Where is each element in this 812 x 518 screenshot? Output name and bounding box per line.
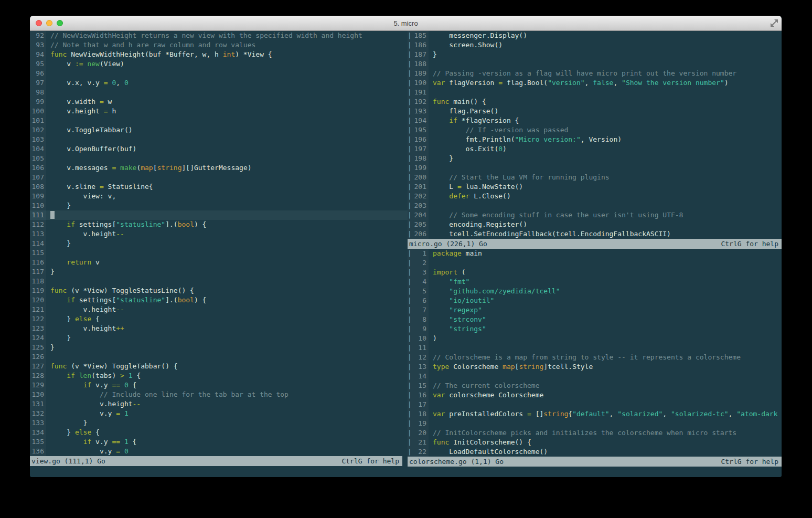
code-line[interactable]: 110 } xyxy=(30,201,408,210)
code-line[interactable]: |8 "strconv" xyxy=(408,315,782,324)
code-line[interactable]: |22 LoadDefaultColorscheme() xyxy=(408,447,782,457)
code-line[interactable]: 124 } xyxy=(30,333,408,343)
minimize-button-icon[interactable] xyxy=(46,20,52,26)
code-line[interactable]: |187} xyxy=(408,50,782,59)
code-line[interactable]: |198 } xyxy=(408,154,782,163)
pane-view-go[interactable]: 92// NewViewWidthHeight returns a new vi… xyxy=(30,31,408,466)
code-line[interactable]: |190var flagVersion = flag.Bool("version… xyxy=(408,78,782,88)
code-line[interactable]: 111 xyxy=(30,210,408,220)
code-line[interactable]: 135 if v.y == 1 { xyxy=(30,437,408,447)
zoom-button-icon[interactable] xyxy=(57,20,63,26)
code-line[interactable]: 107 xyxy=(30,173,408,182)
code-line[interactable]: |11 xyxy=(408,343,782,353)
code-line[interactable]: |205 encoding.Register() xyxy=(408,220,782,229)
code-line[interactable]: 94func NewViewWidthHeight(buf *Buffer, w… xyxy=(30,50,408,59)
code-line[interactable]: |14 xyxy=(408,372,782,381)
code-line[interactable]: |200 // Start the Lua VM for running plu… xyxy=(408,173,782,182)
code-line[interactable]: 98 xyxy=(30,88,408,97)
code-line[interactable]: |195 // If -version was passed xyxy=(408,125,782,135)
close-button-icon[interactable] xyxy=(36,20,42,26)
code-area-view-go[interactable]: 92// NewViewWidthHeight returns a new vi… xyxy=(30,31,408,456)
code-line[interactable]: 105 xyxy=(30,154,408,163)
pane-colorscheme-go[interactable]: |1package main|2|3import (|4 "fmt"|5 "gi… xyxy=(408,249,782,467)
code-line[interactable]: 121 v.height-- xyxy=(30,305,408,314)
code-line[interactable]: |18var preInstalledColors = []string{"de… xyxy=(408,409,782,419)
code-line[interactable]: 113 v.height-- xyxy=(30,229,408,239)
code-line[interactable]: 97 v.x, v.y = 0, 0 xyxy=(30,78,408,88)
code-line[interactable]: 115 xyxy=(30,248,408,258)
code-line[interactable]: 122 } else { xyxy=(30,314,408,324)
code-line[interactable]: |10) xyxy=(408,334,782,343)
code-line[interactable]: 99 v.width = w xyxy=(30,97,408,107)
code-line[interactable]: 131 v.height-- xyxy=(30,399,408,409)
code-line[interactable]: |197 os.Exit(0) xyxy=(408,144,782,154)
code-line[interactable]: 104 v.OpenBuffer(buf) xyxy=(30,144,408,154)
title-bar[interactable]: 5. micro xyxy=(30,16,782,31)
code-line[interactable]: |194 if *flagVersion { xyxy=(408,116,782,125)
code-line[interactable]: 96 xyxy=(30,69,408,78)
code-line[interactable]: 118 xyxy=(30,277,408,286)
code-line[interactable]: 136 v.y = 0 xyxy=(30,447,408,456)
code-line[interactable]: |16var colorscheme Colorscheme xyxy=(408,390,782,400)
code-line[interactable]: |15// The current colorscheme xyxy=(408,381,782,390)
code-line[interactable]: 126 xyxy=(30,352,408,362)
code-line[interactable]: |20// InitColorscheme picks and initiali… xyxy=(408,428,782,438)
code-line[interactable]: |204 // Some encoding stuff in case the … xyxy=(408,210,782,220)
code-line[interactable]: |189// Passing -version as a flag will h… xyxy=(408,69,782,78)
code-line[interactable]: 103 xyxy=(30,135,408,144)
code-line[interactable]: 123 v.height++ xyxy=(30,324,408,333)
code-line[interactable]: 93// Note that w and h are raw column an… xyxy=(30,40,408,50)
code-line[interactable]: 114 } xyxy=(30,239,408,248)
code-line[interactable]: |185 messenger.Display() xyxy=(408,31,782,40)
code-line[interactable]: |13type Colorscheme map[string]tcell.Sty… xyxy=(408,362,782,372)
code-line[interactable]: 127func (v *View) ToggleTabbar() { xyxy=(30,362,408,371)
code-line[interactable]: |203 xyxy=(408,201,782,210)
code-line[interactable]: |4 "fmt" xyxy=(408,277,782,287)
code-line[interactable]: 125} xyxy=(30,343,408,352)
code-line[interactable]: |191 xyxy=(408,88,782,97)
code-line[interactable]: 132 v.y = 1 xyxy=(30,409,408,418)
code-line[interactable]: 95 v := new(View) xyxy=(30,59,408,69)
code-line[interactable]: 128 if len(tabs) > 1 { xyxy=(30,371,408,380)
code-line[interactable]: |1package main xyxy=(408,249,782,258)
code-line[interactable]: 133 } xyxy=(30,418,408,428)
code-line[interactable]: 106 v.messages = make(map[string][]Gutte… xyxy=(30,163,408,173)
code-line[interactable]: 130 // Include one line for the tab bar … xyxy=(30,390,408,399)
code-line[interactable]: 116 return v xyxy=(30,258,408,267)
pane-micro-go[interactable]: |185 messenger.Display()|186 screen.Show… xyxy=(408,31,782,249)
code-line[interactable]: 112 if settings["statusline"].(bool) { xyxy=(30,220,408,229)
code-area-colorscheme-go[interactable]: |1package main|2|3import (|4 "fmt"|5 "gi… xyxy=(408,249,782,457)
code-line[interactable]: 117} xyxy=(30,267,408,277)
fullscreen-icon[interactable] xyxy=(770,18,779,28)
code-line[interactable]: |192func main() { xyxy=(408,97,782,107)
code-line[interactable]: 100 v.height = h xyxy=(30,107,408,116)
code-line[interactable]: |5 "github.com/zyedidia/tcell" xyxy=(408,287,782,296)
code-line[interactable]: |3import ( xyxy=(408,268,782,277)
code-area-micro-go[interactable]: |185 messenger.Display()|186 screen.Show… xyxy=(408,31,782,239)
code-line[interactable]: 119func (v *View) ToggleStatusLine() { xyxy=(30,286,408,295)
code-line[interactable]: |2 xyxy=(408,258,782,268)
code-line[interactable]: |201 L = lua.NewState() xyxy=(408,182,782,192)
code-line[interactable]: |19 xyxy=(408,419,782,428)
code-line[interactable]: |202 defer L.Close() xyxy=(408,192,782,201)
code-line[interactable]: 109 view: v, xyxy=(30,192,408,201)
code-line[interactable]: 134 } else { xyxy=(30,428,408,437)
code-line[interactable]: |12// Colorscheme is a map from string t… xyxy=(408,353,782,362)
code-line[interactable]: 120 if settings["statusline"].(bool) { xyxy=(30,295,408,305)
code-line[interactable]: 92// NewViewWidthHeight returns a new vi… xyxy=(30,31,408,40)
code-line[interactable]: 102 v.ToggleTabbar() xyxy=(30,125,408,135)
code-line[interactable]: |17 xyxy=(408,400,782,409)
code-line[interactable]: |21func InitColorscheme() { xyxy=(408,438,782,447)
code-line[interactable]: |206 tcell.SetEncodingFallback(tcell.Enc… xyxy=(408,229,782,239)
code-line[interactable]: 129 if v.y == 0 { xyxy=(30,380,408,390)
code-line[interactable]: |9 "strings" xyxy=(408,324,782,334)
code-line[interactable]: 108 v.sline = Statusline{ xyxy=(30,182,408,192)
code-line[interactable]: |196 fmt.Println("Micro version:", Versi… xyxy=(408,135,782,144)
code-line[interactable]: |199 xyxy=(408,163,782,173)
code-line[interactable]: |188 xyxy=(408,59,782,69)
code-line[interactable]: 101 xyxy=(30,116,408,125)
code-line[interactable]: |6 "io/ioutil" xyxy=(408,296,782,305)
code-line[interactable]: |186 screen.Show() xyxy=(408,40,782,50)
code-line[interactable]: |7 "regexp" xyxy=(408,305,782,315)
code-line[interactable]: |193 flag.Parse() xyxy=(408,107,782,116)
